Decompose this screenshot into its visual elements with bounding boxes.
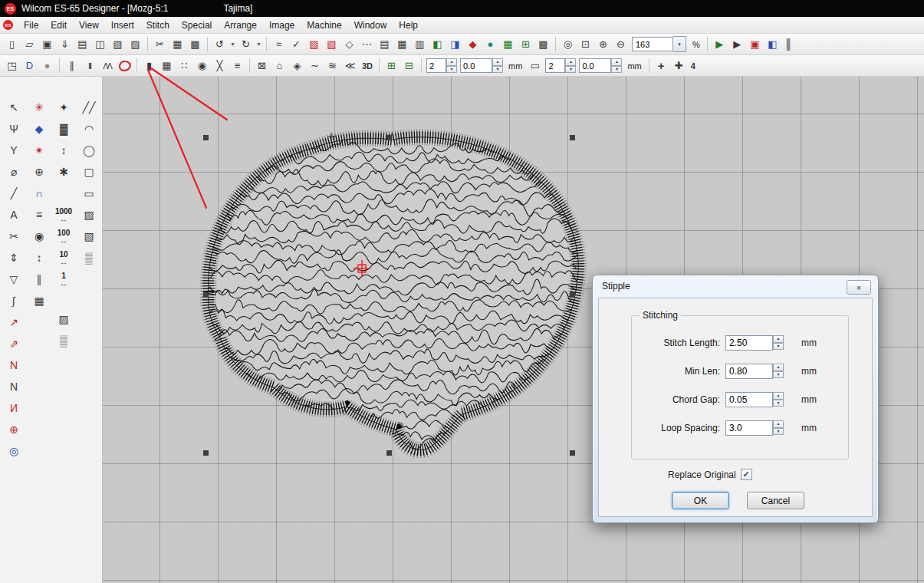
design-colors-icon[interactable]: ▣ (747, 36, 763, 52)
outline-stitch-icon[interactable]: ◇ (341, 36, 357, 52)
s-curve-tool-icon[interactable]: ∫ (4, 292, 25, 309)
selection-handle[interactable] (386, 135, 392, 140)
ok-button[interactable]: OK (672, 492, 729, 509)
applique-icon[interactable]: ⌂ (271, 58, 288, 74)
pattern-swatch-2-icon[interactable]: ▧ (79, 227, 100, 245)
paste-icon[interactable]: ▩ (187, 36, 203, 52)
spin-up-button[interactable]: ▴ (492, 58, 503, 66)
scissors-tool-icon[interactable]: ✂ (4, 227, 25, 245)
wave-effect-icon[interactable]: ∼ (307, 58, 323, 74)
param-a-count-input[interactable] (426, 58, 446, 73)
stitch-generate-icon[interactable]: ≈ (271, 36, 287, 52)
mirror-merge-icon[interactable]: ◧ (765, 36, 781, 52)
menu-machine[interactable]: Machine (301, 18, 347, 32)
object-green-icon[interactable]: ◧ (429, 36, 446, 52)
spin-down-button[interactable]: ▾ (611, 66, 622, 74)
selection-handle[interactable] (203, 450, 209, 456)
preset-1000[interactable]: 1000 ↔ (52, 207, 75, 223)
pull-compensation-icon[interactable]: ⊟ (401, 58, 417, 74)
motif-run-icon[interactable]: ⋯ (359, 36, 375, 52)
mesh-circle-icon[interactable]: ● (39, 58, 55, 74)
columns-icon[interactable]: ∥ (29, 270, 50, 288)
funnel-tool-icon[interactable]: ▽ (4, 270, 25, 288)
stemstitch-tool-icon[interactable]: И (4, 399, 25, 417)
zigzag-run-icon[interactable]: ΛΛ (99, 58, 115, 74)
lettering-list-icon[interactable]: ≡ (29, 206, 50, 223)
arc-tool-icon[interactable]: ◠ (79, 120, 100, 137)
preset-1[interactable]: 1 ↔ (52, 272, 75, 288)
cross-stitch-icon[interactable]: ╳ (212, 58, 228, 74)
grid-table-icon[interactable]: ▦ (500, 36, 516, 52)
min-len-input[interactable] (725, 364, 773, 379)
print-icon[interactable]: ▤ (74, 36, 90, 52)
triple-run-icon[interactable]: III (81, 58, 97, 74)
cancel-button[interactable]: Cancel (747, 492, 804, 509)
motif-fill-icon[interactable]: ∷ (176, 58, 192, 74)
tatami-fill-icon[interactable]: ▦ (394, 36, 410, 52)
thread-palette-icon[interactable]: ● (482, 36, 498, 52)
tatami-stitch-icon[interactable]: ▦ (159, 58, 175, 74)
zoom-out-icon[interactable]: ⊖ (613, 36, 629, 52)
zoom-dropdown-button[interactable]: ▼ (673, 36, 686, 52)
preset-100[interactable]: 100 ↔ (52, 229, 75, 245)
stitch-length-input[interactable] (725, 335, 773, 351)
crosshatch-icon[interactable]: ▤ (377, 36, 393, 52)
save-design-icon[interactable]: ▣ (39, 36, 55, 52)
hatch-lines-icon[interactable]: ╱╱ (79, 98, 100, 116)
spin-up-button[interactable]: ▴ (611, 58, 622, 66)
write-to-machine-icon[interactable]: ⇓ (57, 36, 73, 52)
preset-10[interactable]: 10 ↔ (52, 250, 75, 266)
hatch-fill-icon[interactable]: ▨ (306, 36, 322, 52)
undo-dropdown-icon[interactable]: ▾ (229, 36, 236, 52)
fusion-fill-icon[interactable]: ◉ (194, 58, 210, 74)
stitch-player-icon[interactable]: ▶ (712, 36, 728, 52)
copy-icon[interactable]: ▦ (169, 36, 186, 52)
menu-special[interactable]: Special (176, 18, 218, 32)
digitize-shape-icon[interactable]: ◆ (29, 120, 50, 137)
select-tool-icon[interactable]: ↖ (4, 98, 25, 116)
spin-up-button[interactable]: ▴ (446, 58, 457, 66)
run-stitch-tool-icon[interactable]: ↗ (4, 313, 25, 331)
pattern-swatch-3-icon[interactable]: ▒ (79, 249, 100, 266)
closed-object-tool-icon[interactable]: ⊕ (4, 420, 25, 438)
menu-file[interactable]: File (18, 18, 44, 32)
replace-original-checkbox[interactable]: ✓ (741, 469, 752, 480)
block-tool-icon[interactable]: ▓ (54, 120, 74, 137)
monogram-icon[interactable]: ◉ (29, 227, 50, 245)
target-tool-icon[interactable]: ◎ (4, 442, 25, 459)
threed-effect-label[interactable]: 3D (360, 58, 375, 74)
dialog-close-button[interactable]: × (847, 280, 871, 295)
spin-up-button[interactable]: ▴ (773, 420, 784, 428)
redo-dropdown-icon[interactable]: ▾ (255, 36, 262, 52)
roundrect-tool-icon[interactable]: ▢ (79, 163, 100, 180)
menu-image[interactable]: Image (263, 18, 301, 32)
contour-fill-icon[interactable]: ≡ (229, 58, 245, 74)
rect-tool-icon[interactable]: ▭ (79, 184, 100, 202)
satin-fill-icon[interactable]: ▧ (324, 36, 340, 52)
cropped-field-partial[interactable]: 4 (689, 58, 698, 74)
undo-icon[interactable]: ↺ (212, 36, 228, 52)
spin-down-button[interactable]: ▾ (773, 400, 784, 407)
island-effect-icon[interactable]: ⊠ (254, 58, 270, 74)
print-preview-icon[interactable]: ◫ (92, 36, 108, 52)
align-tool-icon[interactable]: ⇕ (4, 249, 25, 266)
measure-tool-icon[interactable]: ⌀ (4, 163, 25, 180)
cut-icon[interactable]: ✂ (152, 36, 168, 52)
spin-up-button[interactable]: ▴ (773, 364, 784, 371)
loop-spacing-input[interactable] (725, 420, 773, 436)
digitize-flower-icon[interactable]: ✳ (29, 98, 50, 116)
spin-up-button[interactable]: ▴ (773, 392, 784, 400)
reshape-tool-icon[interactable]: Ψ (4, 120, 25, 137)
menu-help[interactable]: Help (393, 18, 424, 32)
menu-view[interactable]: View (73, 18, 105, 32)
overlap-grid-icon[interactable]: ⊞ (518, 36, 534, 52)
param-a-value-input[interactable] (460, 58, 492, 73)
ellipse-tool-icon[interactable]: ◯ (79, 141, 100, 159)
spacing-ruler-icon[interactable]: ▭ (527, 58, 543, 74)
zigzag-tool-icon[interactable]: N (4, 356, 25, 374)
param-b-value-input[interactable] (579, 58, 611, 73)
menu-arrange[interactable]: Arrange (218, 18, 263, 32)
hoop-layout-icon[interactable]: ◳ (4, 58, 20, 74)
zoom-box-icon[interactable]: ⊡ (577, 36, 594, 52)
circle-cross-icon[interactable]: ⊕ (29, 163, 50, 180)
